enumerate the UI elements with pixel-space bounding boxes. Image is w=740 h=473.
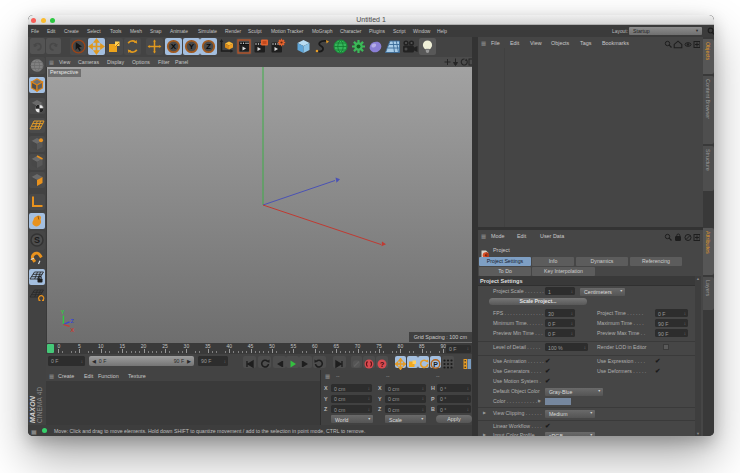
svg-text:S: S <box>34 235 40 245</box>
svg-text:Z: Z <box>206 42 211 51</box>
svg-text:Z: Z <box>71 318 75 324</box>
svg-text:P: P <box>433 360 438 367</box>
svg-text:Y: Y <box>188 42 194 51</box>
svg-text:Y: Y <box>61 309 65 315</box>
svg-text:X: X <box>171 42 177 51</box>
svg-text:?: ? <box>380 359 385 368</box>
svg-text:X: X <box>71 327 75 333</box>
